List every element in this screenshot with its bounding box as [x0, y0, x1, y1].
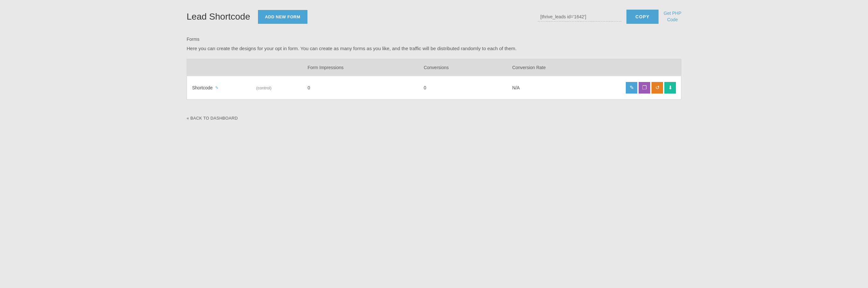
reset-form-button[interactable]: ↺ — [651, 82, 663, 93]
form-control-cell: (control) — [251, 76, 303, 99]
duplicate-form-button[interactable]: ❐ — [639, 82, 650, 93]
form-conversion-rate-cell: N/A — [507, 76, 617, 99]
forms-table: Form Impressions Conversions Conversion … — [187, 59, 681, 99]
col-header-actions — [617, 59, 681, 76]
col-header-name — [187, 59, 251, 76]
form-name-edit-icon[interactable]: ✎ — [215, 86, 218, 90]
col-header-impressions: Form Impressions — [303, 59, 418, 76]
form-impressions-cell: 0 — [303, 76, 418, 99]
download-form-button[interactable]: ⬇ — [664, 82, 676, 93]
edit-form-button[interactable]: ✎ — [626, 82, 637, 93]
copy-button[interactable]: COPY — [626, 10, 658, 24]
table-row: Shortcode ✎ (control) 0 0 N/A ✎ — [187, 76, 681, 99]
table-header-row: Form Impressions Conversions Conversion … — [187, 59, 681, 76]
forms-section: Forms Here you can create the designs fo… — [187, 37, 681, 99]
col-header-conversion-rate: Conversion Rate — [507, 59, 617, 76]
section-label: Forms — [187, 37, 681, 42]
duplicate-icon: ❐ — [642, 85, 647, 91]
col-header-control — [251, 59, 303, 76]
rotate-icon: ↺ — [655, 85, 659, 91]
pencil-icon: ✎ — [630, 85, 634, 91]
page-title: Lead Shortcode — [187, 11, 250, 22]
add-new-form-button[interactable]: ADD NEW FORM — [258, 10, 307, 24]
form-actions-cell: ✎ ❐ ↺ ⬇ — [617, 76, 681, 99]
get-php-code-link[interactable]: Get PHPCode — [664, 10, 681, 23]
back-to-dashboard-link[interactable]: « BACK TO DASHBOARD — [187, 116, 238, 120]
form-conversions-cell: 0 — [418, 76, 507, 99]
section-description: Here you can create the designs for your… — [187, 45, 681, 52]
control-label: (control) — [256, 86, 272, 90]
shortcode-input[interactable] — [538, 12, 621, 22]
col-header-conversions: Conversions — [418, 59, 507, 76]
form-name-text: Shortcode — [192, 85, 213, 90]
download-icon: ⬇ — [668, 85, 672, 91]
form-name-cell: Shortcode ✎ — [187, 76, 251, 99]
